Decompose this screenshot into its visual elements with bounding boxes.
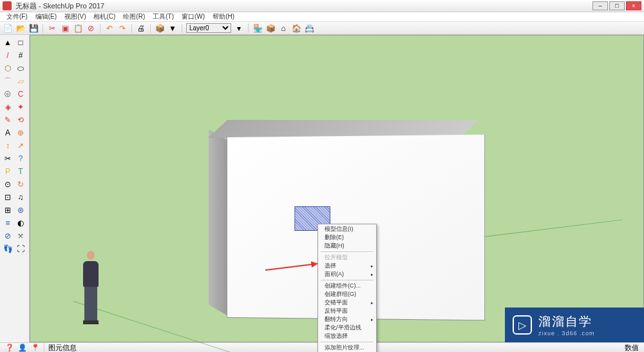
package-icon[interactable]: 📦 (265, 23, 276, 34)
3dtext-icon[interactable]: ? (14, 152, 27, 165)
maximize-button[interactable]: □ (609, 1, 625, 10)
orbit-icon[interactable]: T (14, 165, 27, 178)
last-tool-icon[interactable]: ⛶ (14, 242, 27, 255)
previous-icon[interactable]: ⊞ (1, 204, 14, 217)
help-icon[interactable]: ❓ (5, 344, 14, 352)
main-toolbar: 📄 📂 💾 ✂ ▣ 📋 ⊘ ↶ ↷ 🖨 📦 ▼ Layer0 ▾ 🏪 📦 ⌂ 🏠… (0, 22, 644, 35)
text-icon[interactable]: A (1, 126, 14, 139)
app-icon (3, 1, 12, 10)
ctx-select[interactable]: 选择 (318, 262, 376, 270)
paste-icon[interactable]: 📋 (73, 23, 83, 34)
ctx-delete[interactable]: 删除(E) (318, 233, 376, 242)
ctx-soften[interactable]: 柔化/平滑边线 (318, 324, 376, 332)
viewport[interactable]: 👣 👣 模型信息(I) 删除(E) 隐藏(H) 拉开模型 选择 面积(A) 创建… (30, 35, 644, 342)
lookaround-icon[interactable]: ≡ (1, 217, 14, 230)
ctx-flip[interactable]: 翻转方向 (318, 315, 376, 324)
building-icon[interactable]: 🏠 (291, 23, 301, 34)
warehouse-icon[interactable]: 🏪 (252, 23, 263, 34)
menu-tools[interactable]: 工具(T) (149, 12, 178, 21)
walk-icon[interactable]: ◐ (14, 217, 27, 230)
select-icon[interactable]: ▲ (1, 36, 14, 49)
freehand-icon[interactable]: ▱ (14, 75, 27, 88)
polygon-icon[interactable]: ⬡ (1, 62, 14, 75)
cut-icon[interactable]: ✂ (47, 23, 57, 34)
protractor-icon[interactable]: ↗ (14, 139, 27, 152)
ctx-make-group[interactable]: 创建群组(G) (318, 290, 376, 298)
offset-icon[interactable]: C (14, 88, 27, 101)
dimension-icon[interactable]: ↕ (1, 139, 14, 152)
menu-view[interactable]: 视图(V) (61, 12, 90, 21)
home-icon[interactable]: ⌂ (278, 23, 289, 34)
geolocation-icon[interactable]: 📍 (31, 344, 40, 352)
measurements-label: 数值 (625, 343, 639, 353)
menu-camera[interactable]: 相机(C) (90, 12, 119, 21)
ctx-zoom-selection[interactable]: 缩放选择 (318, 332, 376, 340)
ctx-intersect[interactable]: 交错平面 (318, 298, 376, 307)
ctx-hide[interactable]: 隐藏(H) (318, 242, 376, 250)
ctx-make-component[interactable]: 创建组件(C)... (318, 282, 376, 290)
figure-legs (84, 287, 97, 320)
layer-select[interactable]: Layer0 (186, 23, 231, 33)
watermark-sub: zixue . 3d66 .com (538, 330, 595, 337)
zoomextents-icon[interactable]: ♫ (14, 191, 27, 204)
menu-help[interactable]: 帮助(H) (209, 12, 238, 21)
undo-icon[interactable]: ↶ (104, 23, 115, 34)
paint-icon[interactable]: ✎ (1, 113, 14, 126)
menu-file[interactable]: 文件(F) (3, 12, 32, 21)
section-icon[interactable]: P (1, 165, 14, 178)
ctx-model-info[interactable]: 模型信息(I) (318, 225, 376, 233)
zoomwindow-icon[interactable]: ⊡ (1, 191, 14, 204)
sandbox-icon[interactable]: ⊘ (1, 230, 14, 242)
redo-icon[interactable]: ↷ (117, 23, 128, 34)
tape-icon[interactable]: ⊕ (14, 126, 27, 139)
ctx-separator (321, 280, 374, 280)
ctx-area[interactable]: 面积(A) (318, 270, 376, 279)
ctx-reverse-faces[interactable]: 反转平面 (318, 307, 376, 315)
ctx-explode: 拉开模型 (318, 253, 376, 262)
separator (131, 24, 132, 33)
ctx-separator (321, 342, 374, 342)
play-icon: ▷ (513, 315, 532, 335)
followme-icon[interactable]: ⟲ (14, 113, 27, 126)
workspace: ▲ □ / # ⬡ ⬭ ⌒ ▱ ⦾ C ◈ ✦ ✎ ⟲ A ⊕ ↕ ↗ ✂ ? … (0, 35, 644, 342)
menu-draw[interactable]: 绘图(R) (119, 12, 149, 21)
left-toolbar: ▲ □ / # ⬡ ⬭ ⌒ ▱ ⦾ C ◈ ✦ ✎ ⟲ A ⊕ ↕ ↗ ✂ ? … (0, 35, 30, 342)
eraser-icon[interactable]: # (14, 49, 27, 62)
separator (248, 24, 249, 33)
solid-icon[interactable]: ⤧ (14, 230, 27, 242)
move-icon[interactable]: ◈ (1, 101, 14, 113)
zoom-icon[interactable]: ↻ (14, 178, 27, 191)
save-icon[interactable]: 💾 (28, 23, 39, 34)
scale-figure[interactable] (78, 251, 104, 326)
line-icon[interactable]: / (1, 49, 14, 62)
circle-icon[interactable]: ⬭ (14, 62, 27, 75)
axes-icon[interactable]: ✂ (1, 152, 14, 165)
pan-icon[interactable]: ⊙ (1, 178, 14, 191)
layer-dropdown-icon[interactable]: ▾ (234, 23, 244, 34)
watermark-main: 溜溜自学 (538, 313, 595, 330)
arc-icon[interactable]: ⌒ (1, 75, 14, 88)
cart-icon[interactable]: 📇 (304, 23, 314, 34)
rotate-icon[interactable]: ✦ (14, 101, 27, 113)
model-icon[interactable]: 📦 (155, 23, 165, 34)
pushpull-icon[interactable]: ⦾ (1, 88, 14, 101)
new-icon[interactable]: 📄 (3, 23, 13, 34)
box-side-face (209, 130, 228, 316)
menu-edit[interactable]: 编辑(E) (32, 12, 61, 21)
print-icon[interactable]: 🖨 (136, 23, 146, 34)
position-icon[interactable]: ⊛ (14, 204, 27, 217)
rectangle-icon[interactable]: □ (14, 36, 27, 49)
menu-window[interactable]: 窗口(W) (178, 12, 209, 21)
open-icon[interactable]: 📂 (15, 23, 26, 34)
close-button[interactable]: × (626, 1, 641, 10)
copy-icon[interactable]: ▣ (60, 23, 70, 34)
ctx-add-photo-texture[interactable]: 添加照片纹理... (318, 344, 376, 352)
footprint-icon[interactable]: 👣 (1, 242, 14, 255)
ctx-separator (321, 251, 374, 252)
delete-icon[interactable]: ⊘ (86, 23, 96, 34)
person-icon[interactable]: 👤 (18, 344, 27, 352)
menubar: 文件(F) 编辑(E) 视图(V) 相机(C) 绘图(R) 工具(T) 窗口(W… (0, 12, 644, 22)
dropdown-icon[interactable]: ▼ (167, 23, 178, 34)
minimize-button[interactable]: – (592, 1, 608, 10)
window-controls: – □ × (592, 1, 641, 10)
